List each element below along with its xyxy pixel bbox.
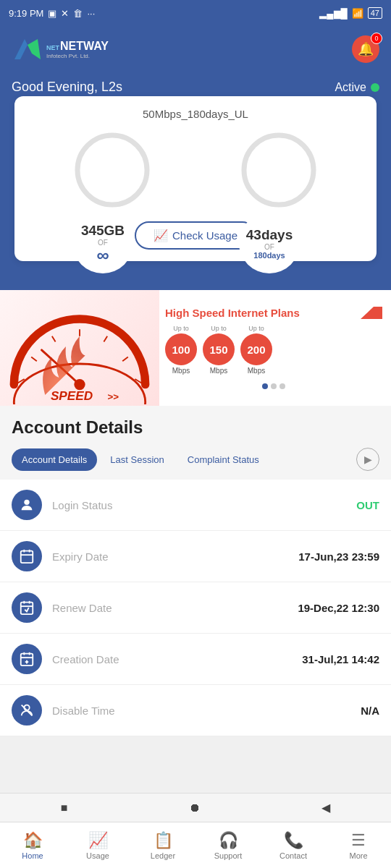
banner-content: High Speed Internet Plans Up to 100 Mbps…: [159, 290, 391, 406]
delete-icon: 🗑: [73, 8, 83, 19]
nav-ledger-label: Ledger: [151, 851, 175, 860]
support-icon: 🎧: [219, 831, 238, 850]
logo-subtitle: Infotech Pvt. Ltd.: [46, 53, 109, 59]
dot-1: [262, 383, 268, 389]
data-circle: 345GB OF ∞: [72, 130, 152, 210]
expiry-icon: [12, 541, 42, 571]
expiry-label: Expiry Date: [52, 550, 298, 563]
tabs-row: Account Details Last Session Complaint S…: [12, 448, 379, 480]
nav-ledger[interactable]: 📋 Ledger: [130, 828, 196, 863]
creation-date-row: Creation Date 31-Jul,21 14:42: [0, 634, 391, 685]
svg-marker-2: [28, 39, 41, 59]
android-home-btn[interactable]: ⏺: [189, 801, 201, 814]
creation-label: Creation Date: [52, 653, 302, 665]
header: NET NETWAY Infotech Pvt. Ltd. 🔔 0: [0, 26, 391, 77]
svg-rect-20: [21, 551, 33, 563]
chart-icon: 📈: [154, 229, 168, 242]
creation-icon: [12, 644, 42, 674]
svg-line-9: [31, 357, 37, 361]
login-icon: [12, 490, 42, 520]
notification-badge: 0: [371, 33, 382, 44]
status-active: Active: [335, 81, 379, 94]
disable-icon: [12, 695, 42, 726]
nav-usage[interactable]: 📈 Usage: [65, 828, 130, 863]
notification-button[interactable]: 🔔 0: [352, 35, 379, 63]
nav-support[interactable]: 🎧 Support: [196, 828, 261, 863]
usage-icon: 📈: [88, 831, 108, 850]
expiry-date-row: Expiry Date 17-Jun,23 23:59: [0, 531, 391, 582]
nav-usage-label: Usage: [86, 851, 109, 860]
nav-home-label: Home: [22, 851, 43, 860]
speed-circle-150: 150: [203, 333, 235, 365]
dot-2: [271, 383, 277, 389]
check-usage-button[interactable]: 📈 Check Usage: [135, 221, 256, 250]
login-value: OUT: [356, 499, 379, 511]
data-circle-svg: [72, 130, 152, 210]
promotional-banner: SPEED >> High Speed Internet Plans Up to…: [0, 290, 391, 406]
status-bar: 9:19 PM ▣ ✕ 🗑 ··· ▂▄▆█ 📶 47: [0, 0, 391, 26]
nav-home[interactable]: 🏠 Home: [0, 828, 65, 863]
login-status-row: Login Status OUT: [0, 480, 391, 531]
nav-contact-label: Contact: [279, 851, 307, 860]
sim-icon: ▣: [48, 8, 56, 19]
logo-text: NETWAY: [60, 40, 109, 53]
svg-marker-0: [14, 39, 28, 59]
login-label: Login Status: [52, 499, 356, 511]
svg-text:>>: >>: [107, 391, 119, 401]
svg-line-13: [122, 357, 128, 361]
contact-icon: 📞: [284, 831, 303, 850]
speed-100: Up to 100 Mbps: [165, 325, 197, 375]
status-time: 9:19 PM: [9, 8, 43, 19]
speed-circle-100: 100: [165, 333, 197, 365]
android-square-btn[interactable]: ■: [61, 801, 68, 814]
speed-options: Up to 100 Mbps Up to 150 Mbps Up to 200 …: [165, 325, 382, 375]
days-circle-svg: [239, 130, 319, 210]
logo-area: NET NETWAY Infotech Pvt. Ltd.: [12, 32, 109, 67]
speed-150: Up to 150 Mbps: [203, 325, 235, 375]
data-icon: ✕: [61, 8, 69, 19]
disable-label: Disable Time: [52, 705, 361, 717]
renew-label: Renew Date: [52, 602, 298, 614]
bottom-navigation: 🏠 Home 📈 Usage 📋 Ledger 🎧 Support 📞 Cont…: [0, 822, 391, 868]
svg-point-19: [24, 500, 29, 505]
svg-line-10: [52, 336, 56, 341]
days-circle-inner: 43days OF 180days: [239, 213, 300, 273]
signal-icon: ▂▄▆█: [319, 8, 347, 19]
renew-date-row: Renew Date 19-Dec,22 12:30: [0, 582, 391, 634]
active-indicator: [371, 83, 379, 92]
ledger-icon: 📋: [154, 831, 173, 850]
banner-title: High Speed Internet Plans: [165, 307, 382, 319]
svg-rect-28: [21, 654, 33, 666]
banner-image: SPEED >>: [0, 290, 159, 406]
dots-icon: ···: [87, 8, 95, 19]
usage-circles: 345GB OF ∞ 43days OF 180days: [29, 130, 362, 210]
nav-contact[interactable]: 📞 Contact: [261, 828, 326, 863]
speed-200: Up to 200 Mbps: [240, 325, 272, 375]
nav-more[interactable]: ☰ More: [326, 828, 391, 863]
tab-scroll-arrow[interactable]: ▶: [356, 448, 379, 471]
svg-text:SPEED: SPEED: [51, 388, 93, 402]
banner-dots: [165, 383, 382, 389]
svg-line-12: [104, 336, 107, 341]
battery-icon: 47: [368, 7, 382, 19]
svg-line-35: [22, 705, 33, 716]
android-navigation: ■ ⏺ ◀: [0, 793, 391, 822]
account-section: Account Details Account Details Last Ses…: [0, 406, 391, 480]
days-circle: 43days OF 180days: [239, 130, 319, 210]
dot-3: [279, 383, 285, 389]
tab-account-details[interactable]: Account Details: [12, 448, 97, 471]
tab-complaint-status[interactable]: Complaint Status: [177, 448, 269, 471]
greeting-text: Good Evening, L2s: [12, 80, 122, 95]
svg-point-3: [77, 135, 147, 205]
android-back-btn[interactable]: ◀: [321, 801, 330, 814]
plan-card: 50Mbps_180days_UL 345GB OF ∞: [14, 96, 377, 261]
disable-value: N/A: [361, 705, 379, 717]
account-details-list: Login Status OUT Expiry Date 17-Jun,23 2…: [0, 480, 391, 736]
more-icon: ☰: [351, 831, 366, 850]
speed-circle-200: 200: [240, 333, 272, 365]
logo-icon: [12, 32, 46, 67]
plan-name: 50Mbps_180days_UL: [29, 108, 362, 120]
tab-last-session[interactable]: Last Session: [100, 448, 174, 471]
svg-point-5: [244, 135, 314, 205]
renew-value: 19-Dec,22 12:30: [298, 602, 379, 614]
